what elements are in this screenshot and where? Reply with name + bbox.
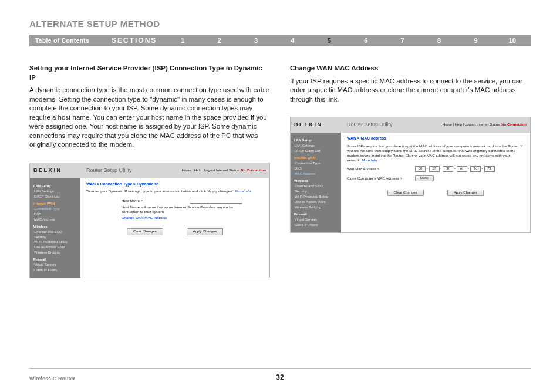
- side-wb[interactable]: Wireless Bridging: [294, 205, 338, 210]
- panel-app-title: Router Setup Utility: [86, 167, 132, 174]
- panel-sidebar: LAN Setup LAN Settings DHCP Client List …: [30, 178, 80, 278]
- panel-desc: To enter your Dynamic IP settings, type …: [86, 189, 264, 194]
- side-wireless[interactable]: Wireless: [294, 178, 338, 184]
- side-chan-ssid[interactable]: Channel and SSID: [294, 184, 338, 189]
- more-info-link[interactable]: More Info: [235, 189, 251, 193]
- side-firewall[interactable]: Firewall: [33, 257, 77, 262]
- side-lan-setup[interactable]: LAN Setup: [33, 184, 77, 189]
- side-wps[interactable]: Wi-Fi Protected Setup: [33, 239, 77, 245]
- panel-app-title: Router Setup Utility: [347, 121, 393, 129]
- side-chan-ssid[interactable]: Channel and SSID: [33, 229, 77, 235]
- panel-sidebar: LAN Setup LAN Settings DHCP Client List …: [291, 133, 341, 232]
- router-panel-dynamic-ip: BELKIN Router Setup Utility Home | Help …: [29, 163, 270, 279]
- section-5[interactable]: 5: [311, 37, 348, 44]
- side-cif[interactable]: Client IP Filters: [33, 268, 77, 273]
- side-dns[interactable]: DNS: [294, 166, 338, 171]
- side-cif[interactable]: Client IP Filters: [294, 222, 338, 228]
- host-name-input[interactable]: [190, 198, 242, 204]
- apply-changes-button[interactable]: Apply Changes: [187, 228, 224, 235]
- clone-done-button[interactable]: Done: [415, 175, 434, 181]
- panel-top-links[interactable]: Home | Help | Logout Internet Status: No…: [443, 123, 527, 127]
- section-1[interactable]: 1: [164, 37, 201, 44]
- side-dhcp[interactable]: DHCP Client List: [33, 194, 77, 200]
- section-8[interactable]: 8: [421, 37, 457, 44]
- clear-changes-button[interactable]: Clear Changes: [387, 190, 424, 197]
- side-wb[interactable]: Wireless Bridging: [33, 250, 77, 255]
- section-7[interactable]: 7: [384, 37, 420, 44]
- sections-label: SECTIONS: [112, 36, 164, 45]
- side-conn-type[interactable]: Connection Type: [294, 161, 338, 166]
- section-nav: Table of Contents SECTIONS 1 2 3 4 5 6 7…: [29, 35, 531, 46]
- left-column: Setting your Internet Service Provider (…: [29, 64, 270, 278]
- side-conn-type[interactable]: Connection Type: [33, 207, 77, 212]
- right-heading: Change WAN MAC Address: [290, 64, 531, 73]
- section-9[interactable]: 9: [457, 37, 494, 44]
- apply-changes-button[interactable]: Apply Changes: [447, 190, 484, 197]
- mac-octet-1[interactable]: 00: [415, 166, 426, 172]
- clone-mac-label: Clone Computer's MAC Address >: [347, 176, 411, 181]
- mac-octet-6[interactable]: 73: [484, 166, 495, 172]
- panel-main: WAN > MAC address Some ISPs require that…: [341, 133, 530, 232]
- toc-link[interactable]: Table of Contents: [29, 38, 112, 44]
- breadcrumb: WAN > Connection Type > Dynamic IP: [86, 182, 264, 187]
- mac-octet-5[interactable]: 7c: [470, 166, 481, 172]
- section-4[interactable]: 4: [274, 37, 311, 44]
- right-body: If your ISP requires a specific MAC addr…: [290, 77, 531, 104]
- side-wps[interactable]: Wi-Fi Protected Setup: [294, 194, 338, 200]
- panel-main: WAN > Connection Type > Dynamic IP To en…: [80, 178, 269, 278]
- side-mac[interactable]: MAC Address: [294, 171, 338, 177]
- section-3[interactable]: 3: [238, 37, 274, 44]
- side-security[interactable]: Security: [33, 235, 77, 240]
- change-wan-mac-link[interactable]: Change WAN MAC Address: [122, 215, 167, 220]
- belkin-logo: BELKIN: [294, 121, 347, 129]
- left-body: A dynamic connection type is the most co…: [29, 86, 270, 150]
- panel-links-text[interactable]: Home | Help | Logout Internet Status:: [182, 168, 240, 172]
- side-internet-wan[interactable]: Internet WAN: [294, 156, 338, 161]
- side-vs[interactable]: Virtual Servers: [33, 262, 77, 268]
- breadcrumb: WAN > MAC address: [347, 136, 524, 141]
- host-name-note: Host Name = A name that some Internet Se…: [122, 205, 251, 214]
- side-lan-setup[interactable]: LAN Setup: [294, 138, 338, 143]
- internet-status: No Connection: [241, 168, 266, 172]
- side-dns[interactable]: DNS: [33, 212, 77, 217]
- mac-octet-3[interactable]: 3f: [443, 166, 453, 172]
- belkin-logo: BELKIN: [33, 167, 86, 174]
- page-number: 32: [0, 373, 560, 381]
- side-uap[interactable]: Use as Access Point: [33, 245, 77, 250]
- router-panel-mac-address: BELKIN Router Setup Utility Home | Help …: [290, 117, 531, 233]
- side-lan-settings[interactable]: LAN Settings: [294, 143, 338, 148]
- side-firewall[interactable]: Firewall: [294, 212, 338, 217]
- section-6[interactable]: 6: [348, 37, 384, 44]
- panel-desc: Some ISPs require that you clone (copy) …: [347, 144, 524, 163]
- side-internet-wan[interactable]: Internet WAN: [33, 201, 77, 207]
- right-column: Change WAN MAC Address If your ISP requi…: [290, 64, 531, 278]
- mac-octet-2[interactable]: 17: [429, 166, 440, 172]
- side-uap[interactable]: Use as Access Point: [294, 200, 338, 205]
- more-info-link[interactable]: More Info: [362, 158, 377, 162]
- internet-status: No Connection: [501, 123, 527, 126]
- section-2[interactable]: 2: [201, 37, 237, 44]
- section-10[interactable]: 10: [494, 37, 531, 44]
- side-lan-settings[interactable]: LAN Settings: [33, 189, 77, 194]
- host-name-label: Host Name >: [122, 198, 186, 203]
- panel-header: BELKIN Router Setup Utility Home | Help …: [291, 117, 530, 133]
- side-dhcp[interactable]: DHCP Client List: [294, 148, 338, 154]
- panel-top-links[interactable]: Home | Help | Logout Internet Status: No…: [182, 168, 266, 173]
- clear-changes-button[interactable]: Clear Changes: [127, 228, 163, 235]
- footer-rule: [29, 368, 531, 369]
- side-wireless[interactable]: Wireless: [33, 224, 77, 229]
- panel-links-text[interactable]: Home | Help | Logout Internet Status:: [443, 123, 501, 126]
- side-mac[interactable]: MAC Address: [33, 217, 77, 222]
- side-security[interactable]: Security: [294, 189, 338, 194]
- mac-octet-4[interactable]: ef: [457, 166, 467, 172]
- side-vs[interactable]: Virtual Servers: [294, 217, 338, 222]
- left-heading: Setting your Internet Service Provider (…: [29, 64, 270, 82]
- panel-header: BELKIN Router Setup Utility Home | Help …: [30, 163, 269, 178]
- page-title: ALTERNATE SETUP METHOD: [29, 19, 531, 29]
- wan-mac-label: Wan Mac Address >: [347, 167, 411, 171]
